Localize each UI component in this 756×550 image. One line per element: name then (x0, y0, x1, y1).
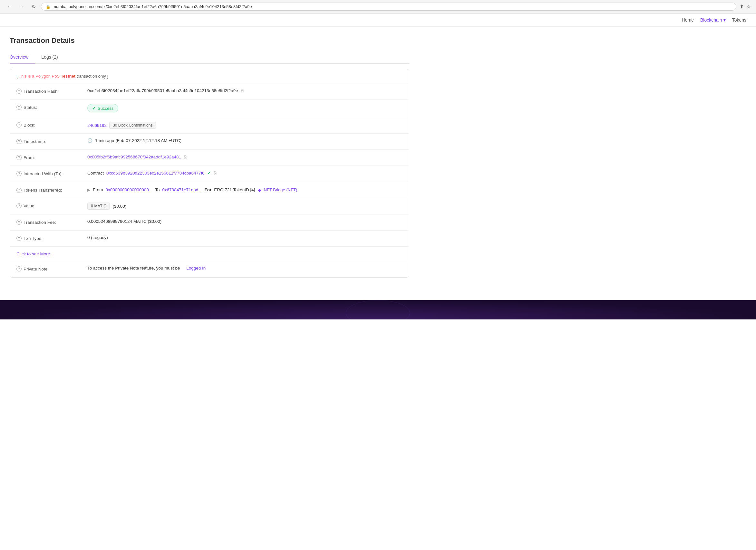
share-button[interactable]: ⬆ (740, 4, 744, 10)
url-bar[interactable]: 🔒 mumbai.polygonscan.com/tx/0xe2eb3f0203… (41, 3, 736, 11)
verified-icon: ✔ (207, 170, 211, 176)
main-content: Transaction Details Overview Logs (2) [ … (0, 27, 419, 287)
txn-type-value: 0 (Legacy) (87, 235, 402, 240)
block-confirmations-badge: 30 Block Confirmations (109, 122, 156, 129)
fee-text: 0.00052468999790124 MATIC ($0.00) (87, 219, 161, 224)
timestamp-text: 1 min ago (Feb-07-2022 12:12:18 AM +UTC) (95, 138, 181, 143)
from-value: 0x005fb2ff6b9afc992568670f042aaddf1e92a4… (87, 154, 402, 159)
to-help-icon[interactable]: ? (16, 171, 22, 176)
status-badge: ✔ Success (87, 104, 118, 112)
fee-value: 0.00052468999790124 MATIC ($0.00) (87, 219, 402, 224)
value-matic-badge: 0 MATIC (87, 203, 110, 210)
to-prefix: Contract (87, 171, 104, 176)
private-note-label: ? Private Note: (16, 266, 87, 272)
tokens-from-prefix: From (93, 188, 103, 192)
block-value: 24669192 30 Block Confirmations (87, 122, 402, 129)
value-label: ? Value: (16, 203, 87, 208)
value-help-icon[interactable]: ? (16, 203, 22, 208)
nav-home[interactable]: Home (682, 17, 694, 23)
bookmark-button[interactable]: ☆ (746, 4, 751, 10)
hash-copy-icon[interactable]: ⎘ (241, 88, 243, 93)
nav-blockchain-dropdown[interactable]: Blockchain ▾ (700, 17, 726, 23)
status-help-icon[interactable]: ? (16, 105, 22, 110)
timestamp-value: 🕐 1 min ago (Feb-07-2022 12:12:18 AM +UT… (87, 138, 402, 143)
refresh-button[interactable]: ↻ (30, 3, 38, 10)
tokens-from-address[interactable]: 0x0000000000000000... (106, 188, 153, 192)
fee-row: ? Transaction Fee: 0.00052468999790124 M… (10, 215, 409, 231)
tab-logs[interactable]: Logs (2) (41, 51, 64, 63)
status-text: Success (98, 106, 113, 111)
tab-overview[interactable]: Overview (10, 51, 35, 63)
from-address-link[interactable]: 0x005fb2ff6b9afc992568670f042aaddf1e92a4… (87, 155, 181, 159)
hash-label: ? Transaction Hash: (16, 88, 87, 94)
page-title: Transaction Details (10, 36, 409, 45)
hash-help-icon[interactable]: ? (16, 89, 22, 94)
nav-blockchain-arrow: ▾ (723, 17, 726, 23)
clock-icon: 🕐 (87, 138, 92, 143)
from-row: ? From: 0x005fb2ff6b9afc992568670f042aad… (10, 150, 409, 166)
see-more-link[interactable]: Click to see More ↓ (16, 251, 402, 256)
from-copy-icon[interactable]: ⎘ (184, 154, 186, 159)
polygon-globe-decoration (346, 300, 410, 319)
hash-row: ? Transaction Hash: 0xe2eb3f02034fae1ef2… (10, 83, 409, 100)
txn-type-row: ? Txn Type: 0 (Legacy) (10, 231, 409, 247)
footer-bar (0, 300, 756, 319)
browser-chrome: ← → ↻ 🔒 mumbai.polygonscan.com/tx/0xe2eb… (0, 0, 756, 14)
block-label: ? Block: (16, 122, 87, 128)
hash-value: 0xe2eb3f02034fae1ef22a6a799b9f9501e5aaba… (87, 88, 402, 93)
to-address-link[interactable]: 0xcd639b3920d22303ec2e156611f7784cba6477… (106, 171, 205, 176)
value-usd: ($0.00) (112, 204, 126, 209)
tokens-row: ? Tokens Transferred: ▶ From 0x000000000… (10, 182, 409, 198)
txn-type-help-icon[interactable]: ? (16, 236, 22, 241)
tokens-value: ▶ From 0x0000000000000000... To 0x679847… (87, 188, 402, 193)
txn-type-text: 0 (Legacy) (87, 235, 108, 240)
private-note-prefix: To access the Private Note feature, you … (87, 266, 180, 271)
private-note-value: To access the Private Note feature, you … (87, 266, 402, 271)
private-note-row: ? Private Note: To access the Private No… (10, 261, 409, 277)
to-value: Contract 0xcd639b3920d22303ec2e156611f77… (87, 170, 402, 176)
to-copy-icon[interactable]: ⎘ (214, 170, 216, 176)
tokens-to-prefix: To (155, 188, 160, 192)
to-row: ? Interacted With (To): Contract 0xcd639… (10, 166, 409, 182)
top-navigation: Home Blockchain ▾ Tokens (0, 14, 756, 27)
txn-type-label: ? Txn Type: (16, 235, 87, 241)
see-more-text: Click to see More (16, 252, 50, 256)
nft-icon: ◆ (258, 188, 261, 193)
browser-action-buttons: ⬆ ☆ (740, 4, 751, 10)
forward-button[interactable]: → (17, 3, 26, 10)
status-value: ✔ Success (87, 104, 402, 112)
fee-help-icon[interactable]: ? (16, 220, 22, 225)
fee-label: ? Transaction Fee: (16, 219, 87, 225)
see-more-arrow-icon: ↓ (52, 251, 54, 256)
block-help-icon[interactable]: ? (16, 122, 22, 128)
value-row: ? Value: 0 MATIC ($0.00) (10, 198, 409, 215)
from-help-icon[interactable]: ? (16, 155, 22, 160)
check-icon: ✔ (92, 106, 96, 111)
see-more-row: Click to see More ↓ (10, 247, 409, 261)
tokens-label: ? Tokens Transferred: (16, 187, 87, 193)
nav-tokens[interactable]: Tokens (732, 17, 746, 23)
notice-prefix: [ This is a Polygon PoS (16, 74, 61, 79)
transaction-card: [ This is a Polygon PoS Testnet transact… (10, 69, 409, 277)
tokens-type: ERC-721 TokenID [4] (214, 188, 255, 192)
status-row: ? Status: ✔ Success (10, 100, 409, 117)
block-row: ? Block: 24669192 30 Block Confirmations (10, 117, 409, 134)
url-text: mumbai.polygonscan.com/tx/0xe2eb3f02034f… (53, 4, 252, 9)
tokens-to-address[interactable]: 0x6798471e71dbd... (162, 188, 202, 192)
status-label: ? Status: (16, 104, 87, 110)
timestamp-help-icon[interactable]: ? (16, 139, 22, 144)
timestamp-label: ? Timestamp: (16, 138, 87, 144)
back-button[interactable]: ← (5, 3, 14, 10)
timestamp-row: ? Timestamp: 🕐 1 min ago (Feb-07-2022 12… (10, 134, 409, 150)
lock-icon: 🔒 (46, 5, 51, 9)
nft-bridge-link[interactable]: NFT Bridge (NFT) (264, 188, 297, 192)
private-note-help-icon[interactable]: ? (16, 266, 22, 272)
notice-suffix: transaction only ] (75, 74, 108, 79)
logged-in-link[interactable]: Logged In (186, 266, 206, 271)
hash-text: 0xe2eb3f02034fae1ef22a6a799b9f9501e5aaba… (87, 88, 238, 93)
tokens-help-icon[interactable]: ? (16, 188, 22, 193)
from-label: ? From: (16, 154, 87, 160)
token-transfer-arrow: ▶ (87, 188, 90, 192)
block-number-link[interactable]: 24669192 (87, 123, 107, 128)
nav-blockchain-label: Blockchain (700, 17, 722, 23)
